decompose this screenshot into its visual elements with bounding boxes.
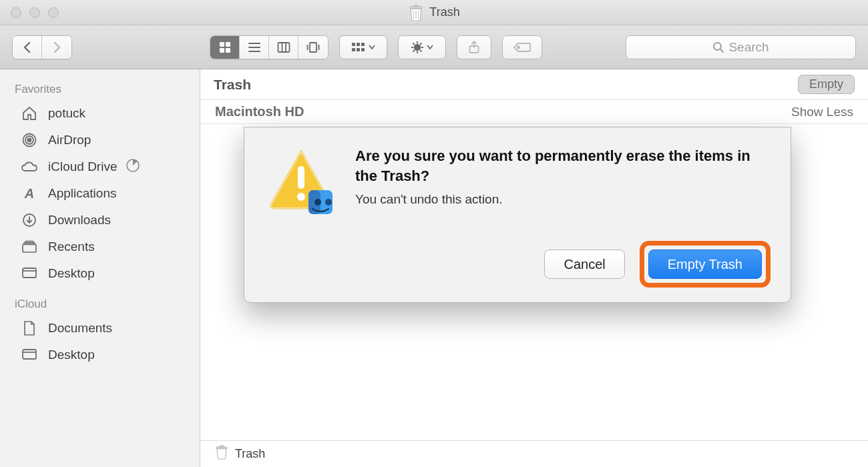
sidebar-item-label: AirDrop xyxy=(48,133,91,147)
svg-rect-8 xyxy=(226,48,230,53)
sidebar-item-label: Downloads xyxy=(48,213,111,227)
dialog-message: You can't undo this action. xyxy=(355,192,771,207)
path-label: Trash xyxy=(235,447,265,461)
svg-rect-6 xyxy=(226,42,230,47)
annotation-highlight: Empty Trash xyxy=(640,241,771,288)
svg-rect-7 xyxy=(220,48,224,53)
empty-trash-button[interactable]: Empty xyxy=(798,75,855,94)
svg-point-58 xyxy=(325,199,332,205)
view-buttons xyxy=(210,35,329,59)
sidebar-item-label: Recents xyxy=(48,240,95,254)
dialog-heading: Are you sure you want to permanently era… xyxy=(355,146,771,185)
svg-rect-23 xyxy=(361,48,365,51)
sidebar-heading-favorites: Favorites xyxy=(0,79,200,100)
trash-icon xyxy=(215,445,228,463)
sync-badge-icon xyxy=(126,159,140,175)
search-icon xyxy=(712,41,724,53)
desktop-icon xyxy=(20,265,39,282)
applications-icon: A xyxy=(20,185,39,202)
svg-rect-21 xyxy=(352,48,355,51)
svg-rect-53 xyxy=(298,166,304,189)
tags-button[interactable] xyxy=(502,35,542,59)
downloads-icon xyxy=(20,211,39,229)
sidebar-item-label: Desktop xyxy=(48,348,95,362)
sidebar-item-label: Documents xyxy=(48,321,112,336)
list-view-button[interactable] xyxy=(240,36,269,59)
sidebar-item-icloud-drive[interactable]: iCloud Drive xyxy=(0,153,200,180)
document-icon xyxy=(20,320,39,337)
sidebar-item-label: Applications xyxy=(48,186,116,201)
confirm-empty-trash-dialog: Are you sure you want to permanently era… xyxy=(244,127,791,303)
sidebar-item-recents[interactable]: Recents xyxy=(0,234,200,260)
gallery-view-button[interactable] xyxy=(298,36,328,59)
sidebar-heading-icloud: iCloud xyxy=(0,294,200,315)
chevron-down-icon xyxy=(427,45,433,50)
icloud-icon xyxy=(20,158,39,175)
sidebar-item-label: iCloud Drive xyxy=(48,159,117,174)
trash-icon xyxy=(408,5,424,21)
airdrop-icon xyxy=(20,131,39,149)
column-view-button[interactable] xyxy=(269,36,298,59)
search-input[interactable]: Search xyxy=(626,35,856,59)
home-icon xyxy=(20,105,39,122)
svg-point-54 xyxy=(297,193,305,201)
share-button[interactable] xyxy=(457,35,491,59)
svg-point-35 xyxy=(517,46,519,48)
svg-rect-19 xyxy=(357,43,360,46)
svg-rect-0 xyxy=(410,7,422,9)
location-title: Trash xyxy=(214,77,251,93)
svg-line-31 xyxy=(413,50,415,51)
icon-view-button[interactable] xyxy=(210,36,240,59)
search-placeholder: Search xyxy=(728,40,769,55)
show-less-button[interactable]: Show Less xyxy=(791,105,853,119)
chevron-down-icon xyxy=(369,45,375,50)
svg-line-37 xyxy=(720,49,724,53)
warning-icon xyxy=(264,146,338,222)
action-menu-button[interactable] xyxy=(398,35,446,59)
sidebar-item-label: potuck xyxy=(48,106,85,121)
svg-rect-15 xyxy=(310,43,316,52)
sidebar-item-desktop-icloud[interactable]: Desktop xyxy=(0,342,200,368)
svg-rect-18 xyxy=(352,43,355,46)
sidebar-item-home[interactable]: potuck xyxy=(0,100,200,127)
minimize-window-button[interactable] xyxy=(29,7,40,18)
svg-line-32 xyxy=(420,43,421,44)
path-bar[interactable]: Trash xyxy=(200,440,868,467)
svg-rect-49 xyxy=(23,350,36,359)
svg-rect-1 xyxy=(414,5,418,7)
svg-rect-47 xyxy=(23,268,36,278)
close-window-button[interactable] xyxy=(11,7,21,18)
sidebar-item-applications[interactable]: A Applications xyxy=(0,180,200,207)
window-controls xyxy=(0,7,59,18)
svg-line-29 xyxy=(413,43,415,44)
svg-rect-52 xyxy=(220,446,224,447)
empty-trash-confirm-button[interactable]: Empty Trash xyxy=(648,250,762,279)
titlebar: Trash xyxy=(0,0,868,25)
sidebar-item-airdrop[interactable]: AirDrop xyxy=(0,127,200,153)
volume-name: Macintosh HD xyxy=(215,104,304,119)
svg-point-57 xyxy=(314,199,321,205)
svg-rect-20 xyxy=(361,43,365,46)
cancel-button[interactable]: Cancel xyxy=(544,250,624,279)
sidebar-item-downloads[interactable]: Downloads xyxy=(0,207,200,234)
svg-rect-22 xyxy=(357,48,360,51)
sidebar-item-documents[interactable]: Documents xyxy=(0,315,200,342)
svg-point-38 xyxy=(28,139,31,142)
svg-line-30 xyxy=(420,50,421,51)
svg-point-36 xyxy=(714,43,721,50)
svg-line-4 xyxy=(419,11,419,19)
svg-point-24 xyxy=(414,43,421,51)
zoom-window-button[interactable] xyxy=(48,7,59,18)
sidebar: Favorites potuck AirDrop iCloud Drive xyxy=(0,69,200,467)
sidebar-item-label: Desktop xyxy=(48,266,95,281)
svg-line-2 xyxy=(413,11,414,19)
sidebar-item-desktop[interactable]: Desktop xyxy=(0,260,200,287)
back-button[interactable] xyxy=(13,36,42,59)
nav-buttons xyxy=(12,35,72,59)
svg-rect-44 xyxy=(23,244,36,252)
desktop-icon xyxy=(20,346,39,364)
group-by-button[interactable] xyxy=(339,35,387,59)
toolbar: Search xyxy=(0,25,868,69)
svg-rect-12 xyxy=(278,43,289,52)
forward-button[interactable] xyxy=(42,36,71,59)
